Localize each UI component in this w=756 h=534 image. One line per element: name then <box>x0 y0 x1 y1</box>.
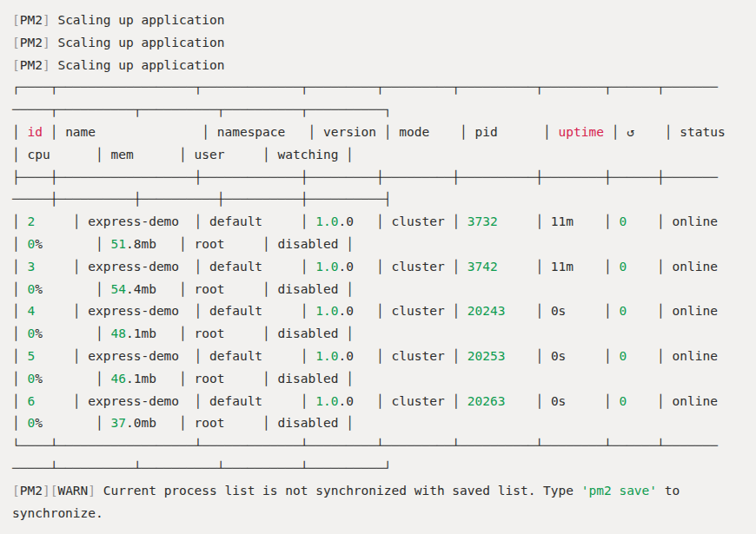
text-segment: │ <box>12 214 27 228</box>
text-segment: │ express-demo │ default │ <box>35 260 315 274</box>
text-segment: │ online <box>627 260 718 274</box>
table-bottom-border-line-2: ─────┴──────────┴──────────┴──────────┴─… <box>12 458 756 480</box>
text-segment: [ <box>12 58 20 72</box>
text-segment: │ 11m │ <box>498 214 620 228</box>
text-segment: 20263 <box>468 394 506 408</box>
text-segment: % │ <box>35 416 110 430</box>
text-segment: │ online <box>627 304 718 318</box>
text-segment: │ <box>12 349 27 363</box>
text-segment: PM2 <box>20 484 43 498</box>
text-segment: ] <box>43 36 50 49</box>
text-segment: 51 <box>111 237 126 251</box>
text-segment: ] <box>88 484 96 498</box>
text-segment: └────┴──────────────────┴─────────────┴─… <box>12 438 718 452</box>
text-segment: ] <box>43 13 50 27</box>
text-segment: ─────┼──────────┼──────────┼──────────┼─… <box>12 192 392 206</box>
text-segment: % │ <box>35 282 110 296</box>
text-segment: │ cluster │ <box>354 214 468 228</box>
text-segment: 0 <box>27 326 35 340</box>
text-segment: .0 <box>338 260 353 274</box>
text-segment: .1mb │ root │ disabled │ <box>126 326 354 340</box>
text-segment: .0mb │ root │ disabled │ <box>126 416 354 430</box>
text-segment: % │ <box>35 237 110 251</box>
text-segment: WARN <box>57 484 88 498</box>
process-row-3-wrap: │ 0% │ 54.4mb │ root │ disabled │ <box>12 279 756 301</box>
text-segment: 0 <box>27 237 35 251</box>
text-segment: │ <box>12 125 27 139</box>
text-segment: 1.0 <box>315 260 338 274</box>
text-segment: .0 <box>338 304 353 318</box>
text-segment: PM2 <box>20 13 43 27</box>
text-segment: Scaling up application <box>50 36 225 49</box>
text-segment: │ cluster │ <box>354 394 468 408</box>
pm2-log-line: [PM2] Scaling up application <box>12 32 756 55</box>
text-segment: 0 <box>619 214 627 228</box>
text-segment: .0 <box>338 394 353 408</box>
text-segment: │ <box>12 372 27 386</box>
text-segment: │ express-demo │ default │ <box>35 349 315 363</box>
text-segment: │ 11m │ <box>498 260 620 274</box>
text-segment: │ 0s │ <box>506 304 620 318</box>
process-row-6-wrap: │ 0% │ 37.0mb │ root │ disabled │ <box>12 412 756 435</box>
text-segment: │ express-demo │ default │ <box>35 214 315 228</box>
text-segment: PM2 <box>20 36 43 49</box>
text-segment: .0 <box>338 214 353 228</box>
text-segment: │ 0s │ <box>506 394 620 408</box>
text-segment: .0 <box>338 349 353 363</box>
text-segment: 3 <box>27 260 35 274</box>
text-segment: │ <box>12 260 27 274</box>
text-segment: │ cluster │ <box>354 260 468 274</box>
text-segment: [ <box>12 36 20 49</box>
text-segment: [ <box>12 484 20 498</box>
text-segment: 1.0 <box>315 304 338 318</box>
text-segment: id <box>27 125 42 139</box>
text-segment: 20253 <box>468 349 506 363</box>
text-segment: 4 <box>27 304 35 318</box>
text-segment: 0 <box>619 394 627 408</box>
text-segment: % │ <box>35 326 110 340</box>
text-segment: Scaling up application <box>50 13 225 27</box>
text-segment: │ <box>12 237 27 251</box>
text-segment: 1.0 <box>315 349 338 363</box>
text-segment: 0 <box>619 304 627 318</box>
table-header-line-1: │ id │ name │ namespace │ version │ mode… <box>12 122 756 144</box>
text-segment: 6 <box>27 394 35 408</box>
text-segment: % │ <box>35 372 110 386</box>
text-segment: ─────┴──────────┴──────────┴──────────┴─… <box>12 461 392 475</box>
text-segment: │ <box>12 416 27 430</box>
text-segment: │ <box>12 282 27 296</box>
text-segment: 0 <box>27 416 35 430</box>
text-segment: 37 <box>111 416 126 430</box>
text-segment: .1mb │ root │ disabled │ <box>126 372 354 386</box>
process-row-5-main: │ 5 │ express-demo │ default │ 1.0.0 │ c… <box>12 346 756 368</box>
text-segment: uptime <box>559 125 604 139</box>
text-segment: ─────┬──────────┬──────────┬──────────┬─… <box>12 102 392 116</box>
text-segment: │ online <box>627 214 718 228</box>
text-segment: │ cpu │ mem │ user │ watching │ <box>12 148 354 162</box>
text-segment: to <box>657 484 680 498</box>
text-segment: 2 <box>27 214 35 228</box>
text-segment: Current process list is not synchronized… <box>96 484 581 498</box>
process-row-2-main: │ 2 │ express-demo │ default │ 1.0.0 │ c… <box>12 211 756 234</box>
text-segment: 46 <box>111 372 126 386</box>
text-segment: │ ↺ │ status <box>604 125 726 139</box>
text-segment: │ online <box>627 394 718 408</box>
text-segment: 3732 <box>468 214 498 228</box>
text-segment: 0 <box>27 372 35 386</box>
text-segment: 5 <box>27 349 35 363</box>
text-segment: Scaling up application <box>50 58 225 72</box>
text-segment: ][ <box>43 484 57 498</box>
text-segment: synchronize. <box>12 506 103 520</box>
terminal-output: [PM2] Scaling up application[PM2] Scalin… <box>0 0 756 534</box>
table-separator-line-1: ├────┼──────────────────┼─────────────┼─… <box>12 167 756 189</box>
text-segment: 0 <box>619 349 627 363</box>
text-segment: │ online <box>627 349 718 363</box>
process-row-4-wrap: │ 0% │ 48.1mb │ root │ disabled │ <box>12 323 756 346</box>
text-segment: 0 <box>619 260 627 274</box>
process-row-2-wrap: │ 0% │ 51.8mb │ root │ disabled │ <box>12 234 756 256</box>
text-segment: │ 0s │ <box>506 349 620 363</box>
process-row-3-main: │ 3 │ express-demo │ default │ 1.0.0 │ c… <box>12 256 756 279</box>
text-segment: .8mb │ root │ disabled │ <box>126 237 354 251</box>
text-segment: 0 <box>27 282 35 296</box>
text-segment: 'pm2 save' <box>581 484 657 498</box>
